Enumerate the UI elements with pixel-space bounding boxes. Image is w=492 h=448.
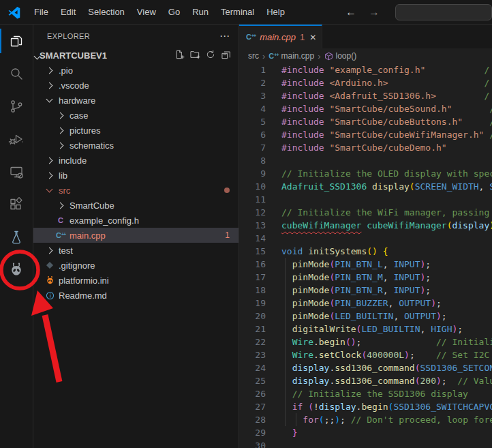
code-line-8[interactable]: 8: [239, 154, 492, 167]
code-line-13[interactable]: 13cubeWifiManager cubeWifiManager(displa…: [239, 219, 492, 232]
tree-item-label: test: [59, 245, 73, 256]
menu-edit[interactable]: Edit: [55, 5, 82, 19]
tree-item-platformio.ini[interactable]: platformio.ini: [33, 273, 239, 288]
code-line-15[interactable]: 15void initSystems() {: [239, 245, 492, 258]
tree-item-main.cpp[interactable]: C++main.cpp1: [33, 228, 239, 243]
code-line-26[interactable]: 26 // Initialize the SSD1306 display: [239, 387, 492, 400]
tree-item-schematics[interactable]: schematics: [33, 138, 239, 153]
menu-view[interactable]: View: [131, 5, 162, 19]
tree-item-Readme.md[interactable]: Readme.md: [33, 288, 239, 303]
code-line-16[interactable]: 16 pinMode(PIN_BTN_L, INPUT);: [239, 258, 492, 271]
editor-group: C++ main.cpp 1 ✕ src›C++main.cpp›loop() …: [239, 25, 492, 448]
vscode-logo: [7, 5, 21, 19]
menu-terminal[interactable]: Terminal: [215, 5, 260, 19]
menu-file[interactable]: File: [28, 5, 55, 19]
code-text: void initSystems() {: [281, 245, 388, 258]
code-line-19[interactable]: 19 pinMode(PIN_BUZZER, OUTPUT);: [239, 297, 492, 310]
menu-selection[interactable]: Selection: [82, 5, 130, 19]
code-line-12[interactable]: 12// Initialize the WiFi manager, passin…: [239, 206, 492, 219]
tab-bar: C++ main.cpp 1 ✕: [239, 25, 492, 48]
close-icon[interactable]: ✕: [309, 33, 316, 42]
more-actions-icon[interactable]: ⋯: [219, 30, 230, 42]
menu-help[interactable]: Help: [260, 5, 291, 19]
line-number: 1: [239, 63, 266, 76]
menu-run[interactable]: Run: [186, 5, 215, 19]
code-line-7[interactable]: 7#include "SmartCube/cubeDemo.h": [239, 141, 492, 154]
code-text: Wire.begin(); // Initializ: [281, 335, 492, 348]
code-line-29[interactable]: 29 }: [239, 426, 492, 439]
tree-item-test[interactable]: test: [33, 243, 239, 258]
code-text: pinMode(PIN_BTN_R, INPUT);: [281, 284, 431, 297]
collapse-all-icon[interactable]: [221, 49, 232, 62]
tree-item-.pio[interactable]: .pio: [33, 63, 239, 78]
line-number: 7: [239, 141, 266, 154]
activitybar-testing-flask-icon[interactable]: [0, 221, 33, 254]
code-line-5[interactable]: 5#include "SmartCube/cubeButtons.h" /: [239, 115, 492, 128]
project-root-row[interactable]: SMARTCUBEV1: [33, 48, 239, 63]
tree-item-label: include: [59, 155, 87, 166]
code-line-20[interactable]: 20 pinMode(LED_BUILTIN, OUTPUT);: [239, 310, 492, 323]
code-text: // Initialize the SSD1306 display: [281, 387, 468, 400]
menu-go[interactable]: Go: [162, 5, 186, 19]
new-file-icon[interactable]: [174, 49, 185, 62]
tree-item-case[interactable]: case: [33, 108, 239, 123]
activitybar-source-control-icon[interactable]: [0, 90, 33, 123]
breadcrumb-loop-[interactable]: loop(): [324, 51, 357, 61]
breadcrumb-src[interactable]: src: [248, 51, 259, 61]
new-folder-icon[interactable]: [189, 49, 200, 62]
code-text: // Initialize the OLED display with spec…: [281, 167, 492, 180]
line-number: 26: [239, 387, 266, 400]
chevron-right-icon: [46, 247, 52, 254]
code-line-25[interactable]: 25 display.ssd1306_command(200); // Valu: [239, 374, 492, 387]
tree-item-example_config.h[interactable]: Cexample_config.h: [33, 213, 239, 228]
activitybar-platformio-icon[interactable]: [0, 254, 33, 286]
tree-item-lib[interactable]: lib: [33, 168, 239, 183]
command-search-box[interactable]: [395, 4, 492, 20]
tree-item-.gitignore[interactable]: .gitignore: [33, 258, 239, 273]
back-arrow-icon[interactable]: ←: [339, 6, 363, 18]
tab-main-cpp[interactable]: C++ main.cpp 1 ✕: [239, 25, 322, 48]
tree-item-src[interactable]: src: [33, 183, 239, 198]
tree-item-pictures[interactable]: pictures: [33, 123, 239, 138]
code-line-24[interactable]: 24 display.ssd1306_command(SSD1306_SETCO…: [239, 361, 492, 374]
code-line-18[interactable]: 18 pinMode(PIN_BTN_R, INPUT);: [239, 284, 492, 297]
code-line-2[interactable]: 2#include <Arduino.h> /: [239, 76, 492, 89]
code-text: pinMode(PIN_BUZZER, OUTPUT);: [281, 297, 442, 310]
code-line-11[interactable]: 11: [239, 193, 492, 206]
activitybar-extensions-icon[interactable]: [0, 188, 33, 221]
tab-error-badge: 1: [300, 32, 305, 42]
code-line-6[interactable]: 6#include "SmartCube/cubeWifiManager.h" …: [239, 128, 492, 141]
tree-item-hardware[interactable]: hardware: [33, 93, 239, 108]
breadcrumb-main-cpp[interactable]: C++main.cpp: [268, 51, 314, 61]
code-line-28[interactable]: 28 for(;;); // Don't proceed, loop fore: [239, 413, 492, 426]
tree-item-.vscode[interactable]: .vscode: [33, 78, 239, 93]
forward-arrow-icon[interactable]: →: [363, 6, 386, 18]
code-line-27[interactable]: 27 if (!display.begin(SSD1306_SWITCHCAPV…: [239, 400, 492, 413]
code-line-3[interactable]: 3#include <Adafruit_SSD1306.h> /: [239, 89, 492, 102]
code-line-17[interactable]: 17 pinMode(PIN_BTN_M, INPUT);: [239, 271, 492, 284]
code-line-4[interactable]: 4#include "SmartCube/cubeSound.h" /: [239, 102, 492, 115]
code-line-9[interactable]: 9// Initialize the OLED display with spe…: [239, 167, 492, 180]
code-line-10[interactable]: 10Adafruit_SSD1306 display(SCREEN_WIDTH,…: [239, 180, 492, 193]
tree-item-include[interactable]: include: [33, 153, 239, 168]
activitybar-remote-explorer-icon[interactable]: [0, 155, 33, 188]
line-number: 17: [239, 271, 266, 284]
activitybar-explorer-icon[interactable]: [0, 25, 33, 57]
code-line-14[interactable]: 14: [239, 232, 492, 245]
code-line-23[interactable]: 23 Wire.setClock(400000L); // Set I2C: [239, 348, 492, 361]
refresh-icon[interactable]: [205, 49, 216, 62]
activitybar-run-debug-icon[interactable]: [0, 123, 33, 155]
code-line-21[interactable]: 21 digitalWrite(LED_BUILTIN, HIGH);: [239, 323, 492, 335]
line-number: 20: [239, 310, 266, 323]
chevron-right-icon: [57, 127, 63, 134]
code-line-1[interactable]: 1#include "example_config.h" /: [239, 63, 492, 76]
code-text: pinMode(LED_BUILTIN, OUTPUT);: [281, 310, 447, 323]
code-line-30[interactable]: 30: [239, 439, 492, 448]
tree-item-SmartCube[interactable]: SmartCube: [33, 198, 239, 213]
code-area[interactable]: 1#include "example_config.h" /2#include …: [239, 63, 492, 448]
tab-label: main.cpp: [260, 32, 296, 42]
activitybar-search-icon[interactable]: [0, 57, 33, 90]
line-number: 23: [239, 348, 266, 361]
code-line-22[interactable]: 22 Wire.begin(); // Initializ: [239, 335, 492, 348]
tree-item-label: main.cpp: [70, 230, 106, 241]
